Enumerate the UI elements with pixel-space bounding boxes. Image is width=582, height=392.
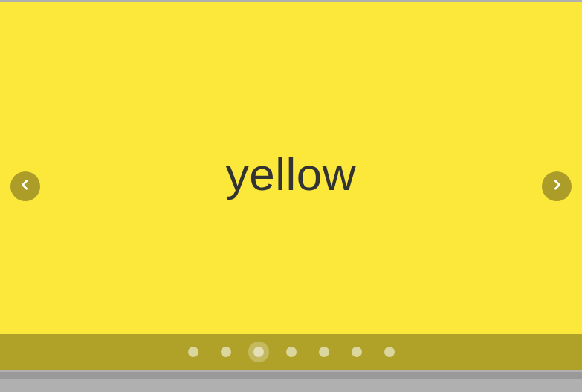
carousel-slide-label: yellow bbox=[226, 148, 356, 200]
page-background: yellow bbox=[0, 0, 582, 392]
pager-dot-5[interactable] bbox=[319, 347, 329, 357]
carousel-slide: yellow bbox=[0, 2, 582, 370]
pager-dot-6[interactable] bbox=[352, 347, 362, 357]
pager-dot-2[interactable] bbox=[221, 347, 231, 357]
carousel-next-button[interactable] bbox=[542, 172, 572, 201]
footer-bar bbox=[0, 372, 582, 379]
carousel: yellow bbox=[0, 2, 582, 370]
pager-dot-7[interactable] bbox=[384, 347, 395, 357]
carousel-prev-button[interactable] bbox=[10, 172, 40, 201]
pager-dot-3[interactable] bbox=[253, 347, 264, 357]
chevron-left-icon bbox=[20, 180, 30, 193]
chevron-right-icon bbox=[552, 180, 562, 193]
carousel-pager bbox=[0, 334, 582, 370]
pager-dot-4[interactable] bbox=[286, 347, 297, 357]
pager-dot-1[interactable] bbox=[188, 347, 198, 357]
